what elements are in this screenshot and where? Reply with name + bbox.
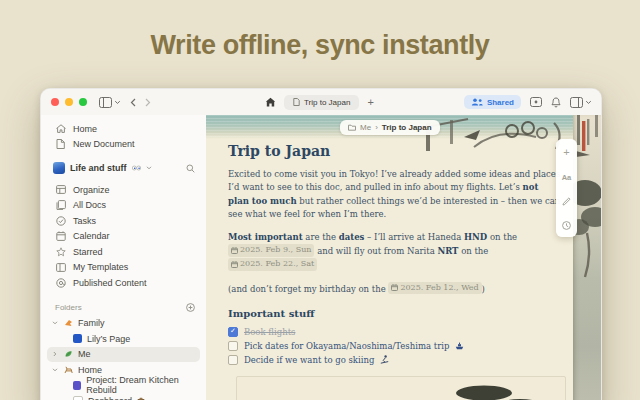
toggle-sidebar-icon[interactable]	[99, 97, 121, 108]
close-button[interactable]	[51, 98, 59, 106]
add-folder-icon[interactable]	[186, 303, 195, 312]
sidebar-item-label: Calendar	[73, 231, 110, 241]
todo-text: Decide if we want to go skiing	[244, 355, 374, 365]
checkbox-unchecked[interactable]	[228, 341, 238, 351]
checkbox-unchecked[interactable]	[228, 355, 238, 365]
date-chip[interactable]: 2025. Feb 22., Sat	[228, 258, 317, 271]
paragraph-birthday: (and don’t forget my birthday on the 202…	[228, 282, 562, 296]
folders-label: Folders	[55, 303, 82, 312]
document-area: Me › Trip to Japan + Aa Trip to Japan Ex…	[206, 115, 601, 400]
page-thumbnail	[73, 381, 81, 390]
folder-family[interactable]: Family	[47, 316, 200, 332]
marketing-canvas: Write offline, sync instantly	[0, 0, 640, 400]
sidebar-item-label: All Docs	[73, 200, 106, 210]
search-icon[interactable]	[186, 164, 195, 173]
text-run: )	[482, 283, 485, 293]
sidebar: Home New Document Life and stuff Organiz…	[41, 115, 207, 400]
star-icon	[55, 247, 66, 257]
new-tab-button[interactable]: +	[367, 97, 373, 108]
todo-item[interactable]: Pick dates for Okayama/Naoshima/Teshima …	[228, 339, 562, 353]
fuji-drawing-image[interactable]	[236, 376, 566, 400]
sidebar-item-label: New Document	[73, 139, 135, 149]
folder-icon	[348, 124, 356, 131]
chevron-down-icon[interactable]	[51, 321, 59, 325]
organize-icon	[55, 185, 66, 194]
checkbox-checked[interactable]: ✓	[228, 327, 238, 337]
date-text: 2025. Feb 12., Wed	[400, 282, 478, 295]
cover-art-strip	[573, 115, 601, 400]
chair-emoji	[64, 366, 73, 374]
sidebar-item-organize[interactable]: Organize	[41, 182, 206, 198]
floating-format-toolbar: + Aa	[556, 139, 577, 237]
sidebar-item-label: Home	[73, 124, 97, 134]
chevron-down-icon	[146, 166, 152, 170]
maximize-button[interactable]	[79, 98, 87, 106]
chevron-down-icon[interactable]	[51, 368, 59, 372]
page-project-dream-kitchen[interactable]: Project: Dream Kitchen Rebuild	[47, 378, 200, 394]
page-thumbnail	[73, 396, 83, 400]
breadcrumb-folder[interactable]: Me	[360, 123, 371, 132]
document-body[interactable]: Trip to Japan Excited to come visit you …	[228, 143, 562, 400]
todo-text: Pick dates for Okayama/Naoshima/Teshima …	[244, 341, 449, 351]
todo-item[interactable]: Decide if we want to go skiing	[228, 353, 562, 367]
todo-text: Book flights	[244, 327, 295, 337]
todo-list: ✓ Book flights Pick dates for Okayama/Na…	[228, 325, 562, 367]
sidebar-item-home[interactable]: Home	[41, 121, 206, 137]
sidebar-item-label: Tasks	[73, 216, 96, 226]
nav-controls	[99, 97, 151, 108]
date-chip[interactable]: 2025. Feb 12., Wed	[388, 282, 481, 295]
chevron-right-icon[interactable]	[51, 351, 59, 357]
text-run: are the	[303, 232, 339, 242]
sidebar-item-starred[interactable]: Starred	[41, 244, 206, 260]
sidebar-item-label: Organize	[73, 185, 110, 195]
space-name: Life and stuff	[70, 163, 127, 173]
shared-button[interactable]: Shared	[464, 95, 521, 109]
space-switcher[interactable]: Life and stuff	[41, 159, 206, 177]
calendar-icon	[55, 231, 66, 241]
sidebar-item-calendar[interactable]: Calendar	[41, 229, 206, 245]
toggle-right-panel-icon[interactable]	[570, 97, 592, 108]
forward-icon[interactable]	[145, 98, 151, 107]
sidebar-item-published-content[interactable]: Published Content	[41, 275, 206, 291]
breadcrumb[interactable]: Me › Trip to Japan	[340, 120, 440, 135]
ferry-emoji	[455, 342, 464, 350]
date-text: 2025. Feb 9., Sun	[240, 244, 311, 257]
breadcrumb-page: Trip to Japan	[382, 123, 432, 132]
todo-item[interactable]: ✓ Book flights	[228, 325, 562, 339]
space-avatar	[53, 162, 65, 174]
titlebar: Trip to Japan + Shared	[41, 89, 601, 116]
sidebar-item-tasks[interactable]: Tasks	[41, 213, 206, 229]
presentation-icon[interactable]	[530, 97, 542, 107]
page-lilys-page[interactable]: Lily’s Page	[47, 331, 200, 347]
tab-title: Trip to Japan	[304, 98, 350, 107]
calendar-icon	[231, 247, 238, 254]
home-tab-icon[interactable]	[265, 97, 276, 107]
shared-label: Shared	[487, 98, 514, 107]
date-text: 2025. Feb 22., Sat	[240, 258, 314, 271]
history-button[interactable]	[562, 221, 571, 230]
bold-run: Most important	[228, 232, 303, 242]
all-docs-icon	[55, 200, 66, 210]
calendar-icon	[391, 284, 398, 291]
notifications-bell-icon[interactable]	[551, 97, 561, 108]
sidebar-item-new-document[interactable]: New Document	[41, 137, 206, 153]
insert-plus-button[interactable]: +	[563, 147, 569, 158]
sidebar-item-label: Starred	[73, 247, 103, 257]
sidebar-item-my-templates[interactable]: My Templates	[41, 260, 206, 276]
app-window: Trip to Japan + Shared	[40, 88, 602, 400]
templates-icon	[55, 263, 66, 272]
folder-me[interactable]: Me	[47, 347, 200, 363]
minimize-button[interactable]	[65, 98, 73, 106]
text-style-button[interactable]: Aa	[562, 173, 572, 182]
tab-trip-to-japan[interactable]: Trip to Japan	[284, 95, 359, 110]
section-heading: Important stuff	[228, 308, 562, 319]
text-run: (and don’t forget my birthday on the	[228, 283, 388, 293]
pen-button[interactable]	[562, 197, 571, 206]
sidebar-item-all-docs[interactable]: All Docs	[41, 198, 206, 214]
date-chip[interactable]: 2025. Feb 9., Sun	[228, 244, 314, 257]
text-run: – I’ll arrive at Haneda	[364, 232, 464, 242]
window-controls	[51, 98, 87, 106]
page-label: Project: Dream Kitchen Rebuild	[86, 375, 200, 395]
back-icon[interactable]	[130, 98, 136, 107]
page-title: Trip to Japan	[228, 143, 562, 159]
